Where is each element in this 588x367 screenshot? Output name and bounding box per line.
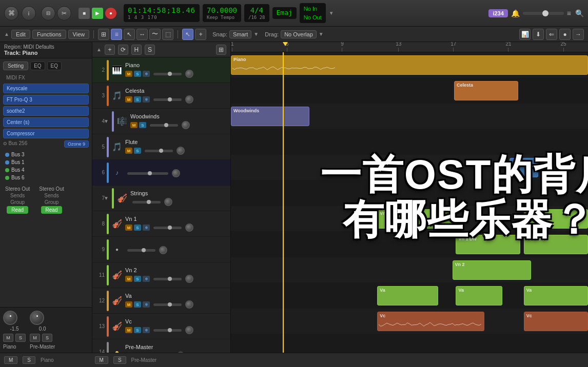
track6-send-knob[interactable]	[172, 169, 180, 177]
s-btn-2[interactable]: S	[42, 334, 52, 342]
eq-box2[interactable]: EQ	[47, 62, 62, 70]
pan-knob[interactable]	[3, 311, 17, 325]
ozone-plugin[interactable]: Ozone 9	[64, 140, 89, 148]
add-track-button[interactable]: +	[105, 45, 115, 55]
woodwinds-send-knob[interactable]	[182, 121, 190, 129]
woodwinds-collapse[interactable]: ▼	[104, 118, 109, 124]
midi-block-Piano[interactable]: Piano	[231, 55, 588, 75]
arrange-row-6[interactable]	[231, 155, 588, 180]
arrange-row-2[interactable]: Piano	[231, 52, 588, 78]
vn2-slider[interactable]	[153, 278, 182, 280]
vc-freeze[interactable]: ❄	[143, 327, 150, 333]
vc-slider[interactable]	[153, 329, 182, 332]
piano-freeze[interactable]: ❄	[143, 71, 150, 77]
midi-block-Vn 1[interactable]: Vn 1	[524, 209, 588, 229]
setting-button[interactable]: Setting	[3, 62, 28, 70]
vn2-send-knob[interactable]	[185, 275, 193, 283]
search-icon[interactable]: 🔍	[575, 9, 584, 17]
fade-tool[interactable]: ⬇	[533, 29, 544, 40]
plus-tool[interactable]: +	[195, 29, 206, 40]
snap-value[interactable]: Smart	[229, 30, 251, 38]
read-button-2[interactable]: Read	[41, 206, 63, 214]
vc-solo[interactable]: S	[134, 327, 141, 333]
va-freeze[interactable]: ❄	[143, 301, 150, 308]
track6-slider[interactable]	[127, 172, 168, 175]
compressor-plugin[interactable]: Compressor	[3, 129, 89, 138]
midi-block-Vn 1[interactable]: Vn 1	[377, 209, 456, 229]
tempo-display[interactable]: 70.0000 Keep Tempo	[203, 4, 241, 23]
play-button[interactable]: ▶	[92, 8, 103, 19]
arrange-row-3[interactable]: Celesta	[231, 78, 588, 104]
piano-mute[interactable]: M	[125, 71, 132, 77]
record-button[interactable]: ●	[105, 8, 116, 19]
info-icon[interactable]: i	[22, 6, 36, 21]
keyscale-plugin[interactable]: Keyscale	[3, 84, 89, 93]
s-bottom-btn[interactable]: S	[23, 356, 35, 364]
tool-pointer-icon[interactable]: ↖	[124, 29, 135, 40]
vc-mute[interactable]: M	[125, 327, 132, 333]
solo-button[interactable]: S	[145, 45, 155, 55]
va-slider[interactable]	[153, 303, 182, 306]
midi-block-Va[interactable]: Va	[456, 286, 502, 305]
midi-block-Vn 1 Div[interactable]: Vn 1 Div	[524, 235, 588, 254]
vn2-solo[interactable]: S	[134, 276, 141, 282]
woodwinds-mute[interactable]: M	[130, 122, 138, 128]
level-icon[interactable]: 📊	[519, 29, 531, 40]
eq-box[interactable]: EQ	[30, 62, 45, 70]
arrange-area[interactable]: 15913172125 PianoCelestaWoodwindsVn 1Vn …	[231, 42, 588, 353]
functions-menu-button[interactable]: Functions	[32, 30, 66, 39]
config-button[interactable]: ⊞	[216, 45, 226, 55]
midi-block-Vn 2[interactable]: Vn 2	[453, 260, 531, 280]
vc-send-knob[interactable]	[185, 326, 193, 334]
flute-mute[interactable]: M	[125, 148, 132, 154]
midi-block-Va[interactable]: Va	[524, 286, 588, 305]
vn1-freeze[interactable]: ❄	[143, 225, 150, 231]
vn2-mute[interactable]: M	[125, 276, 132, 282]
soothe2-plugin[interactable]: soothe2	[3, 106, 89, 116]
back-arrow-icon[interactable]: ▲	[4, 31, 9, 37]
piano-send-knob[interactable]	[185, 70, 193, 78]
center-plugin[interactable]: Center (s)	[3, 117, 89, 127]
loop-button[interactable]: ⟳	[118, 45, 128, 55]
arrange-row-4[interactable]: Woodwinds	[231, 104, 588, 129]
arrange-row-11[interactable]: VaVaVa	[231, 283, 588, 309]
vn2-freeze[interactable]: ❄	[143, 276, 150, 282]
vn1-send-knob[interactable]	[185, 223, 193, 232]
midi-block-Va[interactable]: Va	[377, 286, 438, 305]
drag-value[interactable]: No Overlap	[281, 30, 317, 38]
pointer-tool[interactable]: ↖	[182, 29, 193, 40]
midi-block-Vc[interactable]: Vc	[377, 312, 484, 331]
arrange-row-12[interactable]: VcVc	[231, 309, 588, 334]
arrange-row-8[interactable]: Vn 1Vn 1	[231, 206, 588, 232]
midi-block-Vc[interactable]: Vc	[524, 312, 588, 331]
piano-slider[interactable]	[153, 73, 182, 75]
stop-button[interactable]: ■	[79, 8, 90, 19]
arrange-row-13[interactable]	[231, 334, 588, 353]
arrange-row-9[interactable]: Vn 1 DivVn 1 Div	[231, 232, 588, 257]
va-send-knob[interactable]	[185, 300, 193, 309]
midi-block-Woodwinds[interactable]: Woodwinds	[231, 107, 309, 126]
woodwinds-slider[interactable]	[150, 124, 178, 127]
midi-block-Vn 1 Div[interactable]: Vn 1 Div	[456, 235, 520, 254]
celesta-freeze[interactable]: ❄	[143, 96, 150, 103]
tool-flex-icon[interactable]: ⬚	[162, 29, 173, 40]
tool-grid-icon[interactable]: ⊞	[98, 29, 109, 40]
vn1-mute[interactable]: M	[125, 225, 132, 231]
m-btn-2[interactable]: M	[30, 334, 40, 342]
tool-list-icon[interactable]: ≡	[111, 29, 122, 40]
track9-send-knob[interactable]	[159, 246, 167, 254]
midi-block-unnamed[interactable]	[509, 158, 538, 177]
mixer-icon[interactable]: ⊟	[41, 6, 55, 21]
m-bottom-btn-2[interactable]: M	[95, 356, 108, 364]
apple-icon[interactable]: ⌘	[4, 6, 18, 21]
arrange-row-7[interactable]	[231, 180, 588, 206]
arrow-right-tool[interactable]: →	[573, 29, 584, 40]
va-solo[interactable]: S	[134, 301, 141, 308]
flute-solo[interactable]: S	[134, 148, 141, 154]
flute-slider[interactable]	[145, 150, 173, 152]
tool-pencil-icon[interactable]: ↔	[136, 29, 148, 40]
m-btn[interactable]: M	[3, 334, 13, 342]
celesta-mute[interactable]: M	[125, 96, 132, 103]
edit-menu-button[interactable]: Edit	[11, 30, 30, 39]
ftproq-plugin[interactable]: FT Pro-Q 3	[3, 95, 89, 105]
